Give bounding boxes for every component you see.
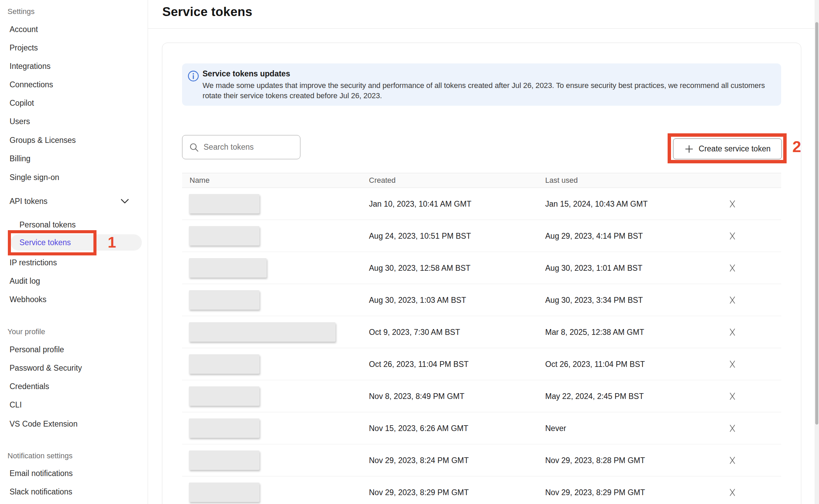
column-header-last-used: Last used	[545, 176, 578, 185]
settings-sidebar: Settings Account Projects Integrations C…	[0, 0, 148, 504]
last-used-cell: Aug 30, 2023, 1:01 AM BST	[545, 263, 642, 272]
last-used-cell: Mar 8, 2025, 12:38 AM GMT	[545, 327, 644, 337]
delete-token-button[interactable]	[726, 293, 739, 307]
created-cell: Nov 29, 2023, 8:24 PM GMT	[369, 456, 469, 465]
created-cell: Oct 26, 2023, 11:04 PM BST	[369, 359, 468, 369]
token-name-redacted	[189, 386, 259, 406]
token-name-redacted	[189, 354, 259, 374]
main-content: Service tokens Service tokens updates We…	[148, 0, 819, 504]
token-name-redacted	[189, 290, 259, 310]
table-row: Jan 10, 2023, 10:41 AM GMT Jan 15, 2024,…	[182, 188, 781, 220]
create-service-token-button[interactable]: Create service token	[673, 138, 782, 159]
sidebar-item-single-sign-on[interactable]: Single sign-on	[10, 168, 59, 187]
sidebar-item-personal-profile[interactable]: Personal profile	[10, 340, 64, 359]
sidebar-item-users[interactable]: Users	[10, 112, 30, 131]
plus-icon	[684, 144, 694, 154]
close-icon	[728, 327, 737, 337]
sidebar-item-api-tokens[interactable]: API tokens	[10, 192, 47, 210]
sidebar-item-connections[interactable]: Connections	[10, 75, 53, 94]
sidebar-item-billing[interactable]: Billing	[10, 149, 30, 168]
search-tokens-field[interactable]	[182, 135, 300, 159]
close-icon	[728, 199, 737, 209]
sidebar-item-service-tokens[interactable]: Service tokens	[11, 234, 142, 251]
table-row: Nov 29, 2023, 8:29 PM GMT Nov 29, 2023, …	[182, 476, 781, 504]
delete-token-button[interactable]	[726, 197, 739, 211]
created-cell: Oct 9, 2023, 7:30 AM BST	[369, 327, 460, 337]
sidebar-section-your-profile: Your profile	[8, 327, 45, 337]
close-icon	[728, 391, 737, 401]
table-row: Nov 29, 2023, 8:24 PM GMT Nov 29, 2023, …	[182, 444, 781, 476]
close-icon	[728, 359, 737, 369]
created-cell: Aug 30, 2023, 12:58 AM BST	[369, 263, 471, 272]
sidebar-item-ip-restrictions[interactable]: IP restrictions	[10, 253, 57, 272]
delete-token-button[interactable]	[726, 486, 739, 499]
delete-token-button[interactable]	[726, 454, 739, 467]
chevron-down-icon	[120, 198, 130, 206]
last-used-cell: Never	[545, 424, 566, 433]
sidebar-item-credentials[interactable]: Credentials	[10, 377, 49, 396]
service-tokens-card: Service tokens updates We made some upda…	[162, 43, 801, 504]
sidebar-section-settings: Settings	[8, 6, 35, 17]
close-icon	[728, 488, 737, 497]
created-cell: Nov 8, 2023, 8:49 PM GMT	[369, 391, 464, 401]
table-row: Aug 30, 2023, 12:58 AM BST Aug 30, 2023,…	[182, 252, 781, 284]
created-cell: Jan 10, 2023, 10:41 AM GMT	[369, 199, 471, 208]
search-icon	[189, 143, 199, 152]
table-header-row: Name Created Last used	[182, 173, 781, 188]
table-row: Aug 30, 2023, 1:03 AM BST Aug 30, 2023, …	[182, 284, 781, 316]
sidebar-section-notification-settings: Notification settings	[8, 451, 73, 461]
vertical-scrollbar[interactable]	[815, 0, 819, 504]
sidebar-item-cli[interactable]: CLI	[10, 396, 22, 414]
close-icon	[728, 295, 737, 305]
page-title: Service tokens	[162, 5, 252, 19]
delete-token-button[interactable]	[726, 229, 739, 243]
search-input[interactable]	[204, 135, 297, 159]
table-row: Aug 24, 2023, 10:51 PM BST Aug 29, 2023,…	[182, 220, 781, 252]
update-banner: Service tokens updates We made some upda…	[182, 63, 781, 106]
sidebar-item-projects[interactable]: Projects	[10, 39, 38, 57]
column-header-created: Created	[369, 176, 396, 185]
table-row: Nov 15, 2023, 6:26 AM GMT Never	[182, 412, 781, 444]
created-cell: Nov 15, 2023, 6:26 AM GMT	[369, 424, 468, 433]
created-cell: Nov 29, 2023, 8:29 PM GMT	[369, 488, 469, 497]
sidebar-item-groups-licenses[interactable]: Groups & Licenses	[10, 131, 76, 149]
table-row: Oct 9, 2023, 7:30 AM BST Mar 8, 2025, 12…	[182, 316, 781, 348]
token-name-redacted	[189, 450, 259, 470]
sidebar-item-password-security[interactable]: Password & Security	[10, 359, 82, 377]
column-header-name: Name	[190, 176, 210, 185]
delete-token-button[interactable]	[726, 357, 739, 371]
service-tokens-table: Name Created Last used Jan 10, 2023, 10:…	[182, 173, 781, 504]
token-name-redacted	[189, 258, 267, 278]
scrollbar-thumb[interactable]	[815, 22, 818, 425]
sidebar-item-copilot[interactable]: Copilot	[10, 94, 34, 112]
created-cell: Aug 24, 2023, 10:51 PM BST	[369, 231, 471, 240]
token-name-redacted	[189, 418, 259, 438]
created-cell: Aug 30, 2023, 1:03 AM BST	[369, 295, 466, 305]
header-divider	[148, 28, 819, 29]
banner-body: We made some updates that improve the se…	[203, 80, 779, 101]
sidebar-item-audit-log[interactable]: Audit log	[10, 272, 40, 290]
table-row: Nov 8, 2023, 8:49 PM GMT May 22, 2024, 2…	[182, 380, 781, 412]
last-used-cell: Aug 30, 2023, 3:34 PM BST	[545, 295, 643, 305]
sidebar-item-slack-notifications[interactable]: Slack notifications	[10, 483, 72, 501]
close-icon	[728, 263, 737, 273]
sidebar-item-personal-tokens[interactable]: Personal tokens	[19, 216, 76, 234]
info-icon	[188, 70, 199, 83]
sidebar-item-integrations[interactable]: Integrations	[10, 57, 50, 75]
sidebar-item-email-notifications[interactable]: Email notifications	[10, 464, 73, 483]
sidebar-item-vs-code-extension[interactable]: VS Code Extension	[10, 415, 77, 433]
close-icon	[728, 424, 737, 433]
token-name-redacted	[189, 194, 259, 213]
sidebar-item-account[interactable]: Account	[10, 20, 38, 39]
last-used-cell: Aug 29, 2023, 4:14 PM BST	[545, 231, 643, 240]
sidebar-item-webhooks[interactable]: Webhooks	[10, 290, 46, 309]
table-row: Oct 26, 2023, 11:04 PM BST Oct 26, 2023,…	[182, 348, 781, 380]
close-icon	[728, 231, 737, 241]
delete-token-button[interactable]	[726, 325, 739, 339]
last-used-cell: May 22, 2024, 2:45 PM BST	[545, 391, 644, 401]
token-name-redacted	[189, 483, 259, 502]
delete-token-button[interactable]	[726, 389, 739, 403]
last-used-cell: Nov 29, 2023, 8:28 PM GMT	[545, 456, 645, 465]
delete-token-button[interactable]	[726, 421, 739, 435]
delete-token-button[interactable]	[726, 261, 739, 275]
